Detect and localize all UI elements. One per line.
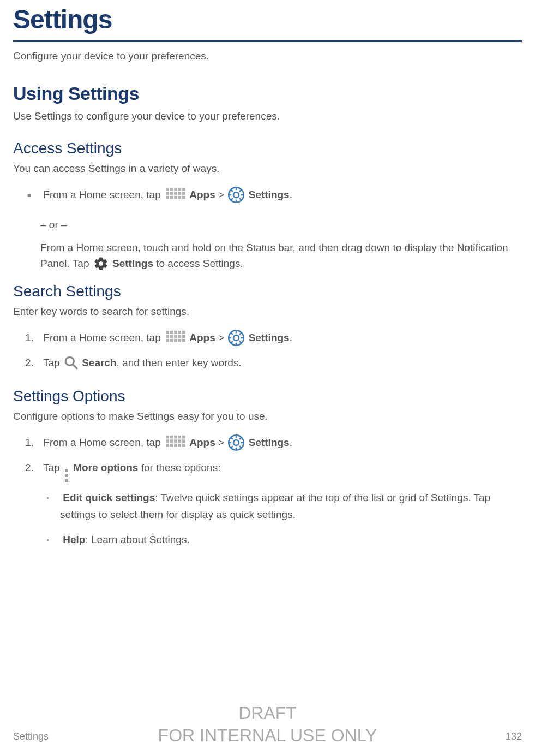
svg-rect-28 [178,331,182,334]
bullet-text: : Learn about Settings. [85,534,189,545]
separator: > [215,189,227,200]
svg-rect-25 [166,331,169,334]
page-footer: Settings 132 [13,729,522,744]
svg-line-22 [240,198,242,200]
svg-rect-62 [166,444,169,447]
svg-rect-52 [166,436,169,439]
subsection-title-access: Access Settings [13,137,522,160]
svg-line-48 [231,342,233,344]
svg-rect-63 [170,444,173,447]
svg-rect-1 [170,187,173,191]
settings-gear-dark-icon [93,256,109,273]
svg-rect-60 [178,439,182,443]
watermark-line1: DRAFT [0,702,535,725]
separator: > [215,332,227,343]
svg-rect-13 [178,195,182,199]
svg-rect-32 [174,335,177,338]
svg-line-49 [240,332,242,335]
period: . [290,189,292,200]
svg-rect-56 [182,436,185,439]
text: From a Home screen, tap [43,189,164,200]
svg-rect-4 [182,187,185,191]
svg-rect-35 [166,339,169,342]
svg-rect-57 [166,439,169,443]
svg-line-75 [231,447,233,449]
apps-icon [165,330,185,347]
svg-rect-14 [182,195,185,199]
svg-rect-36 [170,339,173,342]
text: to access Settings. [153,258,243,269]
svg-rect-64 [174,444,177,447]
svg-rect-66 [182,444,185,447]
apps-label: Apps [189,189,215,200]
svg-line-24 [240,189,242,192]
svg-rect-53 [170,436,173,439]
svg-rect-8 [178,192,182,195]
settings-label: Settings [249,189,290,200]
text: for these options: [138,462,220,473]
settings-label: Settings [112,258,153,269]
chapter-title: Settings [13,0,522,42]
options-step-2: Tap More options for these options: [40,460,522,482]
access-bullet-list: From a Home screen, tap Apps > Settings. [13,187,522,204]
svg-rect-7 [174,192,177,195]
svg-rect-26 [170,331,173,334]
svg-rect-2 [174,187,177,191]
page-number: 132 [506,729,522,744]
text: Tap [43,462,63,473]
settings-label: Settings [249,332,290,343]
section-intro-using: Use Settings to configure your device to… [13,109,522,124]
access-alt-text: From a Home screen, touch and hold on th… [40,240,522,272]
period: . [290,332,292,343]
subsection-intro-access: You can access Settings in a variety of … [13,161,522,177]
option-edit-quick: Edit quick settings: Twelve quick settin… [60,490,522,523]
svg-rect-61 [182,439,185,443]
separator: > [215,437,227,448]
options-step-1: From a Home screen, tap Apps > Settings. [40,434,522,452]
svg-rect-59 [174,439,177,443]
text: Tap [43,357,63,368]
search-step-2: Tap Search, and then enter key words. [40,355,522,372]
svg-line-73 [231,437,233,439]
svg-line-74 [240,447,242,449]
svg-rect-12 [174,195,177,199]
text: , and then enter key words. [117,357,242,368]
apps-icon [165,434,185,452]
svg-rect-3 [178,187,182,191]
svg-rect-10 [166,195,169,199]
search-icon [64,355,78,372]
svg-rect-65 [178,444,182,447]
access-step: From a Home screen, tap Apps > Settings. [40,187,522,204]
text: From a Home screen, tap [43,332,164,343]
svg-rect-0 [166,187,169,191]
svg-rect-27 [174,331,177,334]
options-sub-bullets: Edit quick settings: Twelve quick settin… [13,490,522,548]
subsection-intro-options: Configure options to make Settings easy … [13,409,522,425]
svg-rect-5 [166,192,169,195]
apps-icon [165,187,185,204]
svg-line-46 [231,332,233,335]
svg-rect-34 [182,335,185,338]
search-steps: From a Home screen, tap Apps > Settings.… [13,330,522,372]
more-options-label: More options [73,462,138,473]
apps-label: Apps [189,332,215,343]
footer-section-name: Settings [13,729,49,744]
more-options-icon [65,469,68,482]
subsection-intro-search: Enter key words to search for settings. [13,304,522,320]
svg-line-21 [231,189,233,192]
svg-point-16 [233,192,239,198]
search-label: Search [82,357,116,368]
svg-rect-31 [170,335,173,338]
option-help: Help: Learn about Settings. [60,532,522,548]
text: From a Home screen, touch and hold on th… [40,242,508,269]
options-steps: From a Home screen, tap Apps > Settings.… [13,434,522,482]
settings-gear-icon [228,187,244,204]
bullet-bold: Edit quick settings [63,492,155,503]
svg-line-47 [240,342,242,344]
settings-gear-icon [228,434,244,451]
svg-rect-58 [170,439,173,443]
bullet-bold: Help [63,534,85,545]
svg-rect-9 [182,192,185,195]
svg-rect-33 [178,335,182,338]
settings-label: Settings [249,437,290,448]
